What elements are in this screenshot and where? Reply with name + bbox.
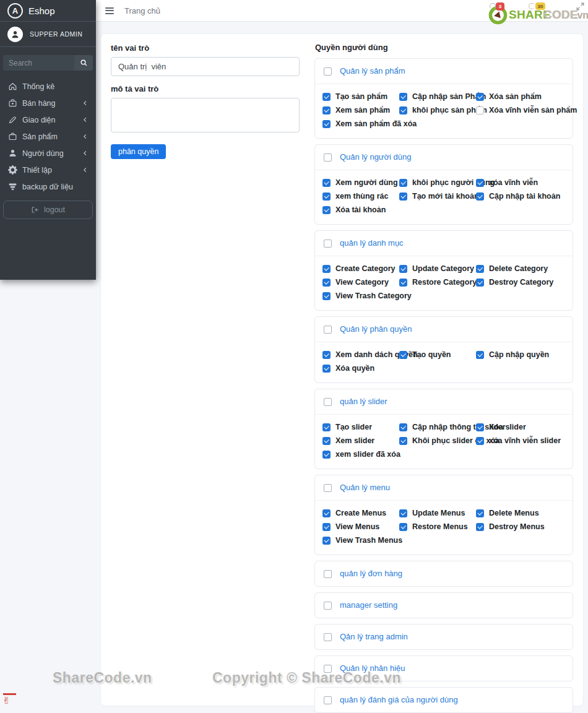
group-select-all-checkbox[interactable] <box>324 602 332 610</box>
group-title-link[interactable]: quản lý đơn hàng <box>340 569 402 579</box>
checkbox-checked-icon[interactable] <box>476 423 484 431</box>
permission-item[interactable]: xóa vĩnh viễn <box>476 178 565 187</box>
checkbox-checked-icon[interactable] <box>476 265 484 273</box>
permission-item[interactable]: khôi phục sản phẩm <box>399 106 476 115</box>
permission-item[interactable]: Khôi phục slider đã xóa <box>399 436 476 445</box>
checkbox-checked-icon[interactable] <box>399 106 407 115</box>
user-panel[interactable]: SUPPER ADMIN <box>0 22 96 47</box>
checkbox-checked-icon[interactable] <box>322 423 331 431</box>
sidebar-item-2[interactable]: Giao diện <box>0 111 96 128</box>
permission-item[interactable]: Restore Menus <box>399 522 476 531</box>
sidebar-item-5[interactable]: Thiết lập <box>0 162 96 178</box>
permission-group-header[interactable]: manager setting <box>315 593 573 618</box>
permission-item[interactable]: Cập nhập quyền <box>476 350 565 359</box>
group-select-all-checkbox[interactable] <box>324 570 332 578</box>
permission-item[interactable]: Xóa slider <box>476 423 565 431</box>
group-title-link[interactable]: manager setting <box>340 600 397 610</box>
permission-group-header[interactable]: Quản lý người dùng <box>315 145 573 170</box>
checkbox-checked-icon[interactable] <box>322 351 331 359</box>
group-title-link[interactable]: Quản lý người dùng <box>340 152 412 162</box>
permission-item[interactable]: Tạo slider <box>322 423 399 431</box>
group-title-link[interactable]: Quản lý phân quyền <box>340 324 412 334</box>
group-select-all-checkbox[interactable] <box>324 326 332 334</box>
group-select-all-checkbox[interactable] <box>324 696 332 704</box>
permission-item[interactable]: Destroy Category <box>476 278 565 287</box>
checkbox-checked-icon[interactable] <box>399 423 407 431</box>
permission-item[interactable]: Xóa vĩnh viễn sản phẩm <box>476 106 577 115</box>
hamburger-menu-icon[interactable] <box>105 6 114 15</box>
group-title-link[interactable]: Quản lý sản phẩm <box>340 66 405 76</box>
sidebar-item-1[interactable]: Bán hàng <box>0 95 96 111</box>
permission-item[interactable]: Update Menus <box>399 509 476 517</box>
permission-item[interactable]: Create Menus <box>322 509 399 517</box>
permission-item[interactable]: Create Category <box>322 264 399 273</box>
permission-item[interactable]: khôi phục người dùng <box>399 178 476 187</box>
role-name-input[interactable] <box>111 57 300 76</box>
permission-item[interactable]: Cập nhập thông tin slider <box>399 423 476 431</box>
checkbox-checked-icon[interactable] <box>399 509 407 517</box>
checkbox-checked-icon[interactable] <box>399 265 407 273</box>
checkbox-checked-icon[interactable] <box>322 106 331 115</box>
permission-item[interactable]: Update Category <box>399 264 476 273</box>
checkbox-checked-icon[interactable] <box>399 192 407 201</box>
permission-item[interactable]: Cập nhập tài khoản <box>476 192 565 201</box>
permission-item[interactable]: View Trash Category <box>322 292 399 300</box>
permission-item[interactable]: View Category <box>322 278 399 287</box>
group-select-all-checkbox[interactable] <box>324 67 332 76</box>
checkbox-checked-icon[interactable] <box>399 179 407 187</box>
permission-group-header[interactable]: quản lý slider <box>315 389 573 414</box>
permission-item[interactable]: Xem sản phẩm đã xóa <box>322 119 399 128</box>
checkbox-checked-icon[interactable] <box>476 93 484 101</box>
brand[interactable]: A Eshop <box>0 0 96 22</box>
permission-item[interactable]: View Trash Menus <box>322 536 399 545</box>
role-description-textarea[interactable] <box>111 98 300 132</box>
checkbox-checked-icon[interactable] <box>322 365 331 373</box>
permission-item[interactable]: Xóa tài khoản <box>322 205 399 214</box>
permission-group-header[interactable]: Qản lý trang admin <box>315 624 573 649</box>
group-title-link[interactable]: quản lý slider <box>340 397 387 407</box>
permission-item[interactable]: Delete Menus <box>476 509 565 517</box>
permission-item[interactable]: xem thùng rác <box>322 192 399 201</box>
checkbox-checked-icon[interactable] <box>322 292 331 300</box>
permission-item[interactable]: Xem sản phẩm <box>322 106 399 115</box>
checkbox-checked-icon[interactable] <box>322 523 331 531</box>
group-select-all-checkbox[interactable] <box>324 240 332 248</box>
checkbox-checked-icon[interactable] <box>476 179 484 187</box>
permission-item[interactable]: Xem người dùng <box>322 178 399 187</box>
permission-item[interactable]: xem slider đã xóa <box>322 450 399 459</box>
checkbox-checked-icon[interactable] <box>322 179 331 187</box>
permission-item[interactable]: xóa vĩnh viễn slider <box>476 436 565 445</box>
assign-permissions-button[interactable]: phân quyền <box>111 144 166 159</box>
checkbox-checked-icon[interactable] <box>399 351 407 359</box>
checkbox-checked-icon[interactable] <box>322 265 331 273</box>
checkbox-checked-icon[interactable] <box>322 192 331 201</box>
checkbox-checked-icon[interactable] <box>399 523 407 531</box>
permission-item[interactable]: Xem slider <box>322 436 399 445</box>
group-title-link[interactable]: quản lý đánh giá của người dùng <box>340 695 458 705</box>
group-title-link[interactable]: Quản lý nhản hiệu <box>340 663 405 673</box>
permission-group-header[interactable]: Quản lý menu <box>315 475 573 500</box>
permission-item[interactable]: Cập nhập sản Phẩm <box>399 92 476 101</box>
permission-item[interactable]: Xóa quyền <box>322 364 399 373</box>
group-select-all-checkbox[interactable] <box>324 153 332 162</box>
checkbox-checked-icon[interactable] <box>476 192 484 201</box>
permission-group-header[interactable]: Quản lý sản phẩm <box>315 59 573 84</box>
logout-button[interactable]: logout <box>3 201 93 219</box>
group-select-all-checkbox[interactable] <box>324 398 332 406</box>
sidebar-item-4[interactable]: Người dùng <box>0 145 96 162</box>
checkbox-checked-icon[interactable] <box>476 523 484 531</box>
checkbox-checked-icon[interactable] <box>322 206 331 214</box>
sidebar-item-6[interactable]: backup dữ liệu <box>0 178 96 195</box>
checkbox-checked-icon[interactable] <box>476 437 484 445</box>
search-button[interactable] <box>74 55 93 71</box>
permission-group-header[interactable]: Quản lý phân quyền <box>315 317 573 342</box>
sidebar-item-0[interactable]: Thống kê <box>0 78 96 95</box>
checkbox-checked-icon[interactable] <box>322 437 331 445</box>
checkbox-checked-icon[interactable] <box>322 537 331 545</box>
checkbox-checked-icon[interactable] <box>322 451 331 459</box>
checkbox-checked-icon[interactable] <box>476 279 484 287</box>
breadcrumb-home-link[interactable]: Trang chủ <box>124 6 160 15</box>
permission-item[interactable]: View Menus <box>322 522 399 531</box>
checkbox-checked-icon[interactable] <box>399 279 407 287</box>
group-select-all-checkbox[interactable] <box>324 484 332 492</box>
